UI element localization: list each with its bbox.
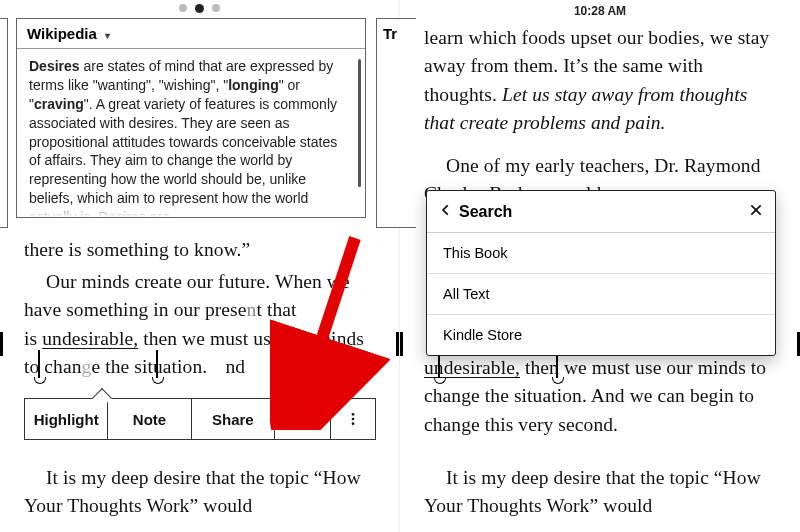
more-button[interactable] xyxy=(331,399,375,439)
share-button[interactable]: Share xyxy=(192,399,275,439)
wikipedia-entry-text[interactable]: Desires are states of mind that are expr… xyxy=(17,49,365,217)
svg-point-4 xyxy=(352,422,355,425)
more-vertical-icon xyxy=(345,411,361,427)
next-card-label: Tr xyxy=(383,25,397,42)
book-text-paragraph: learn which foods upset our bodies, we s… xyxy=(424,24,776,137)
svg-point-0 xyxy=(296,412,307,423)
highlight-button[interactable]: Highlight xyxy=(25,399,108,439)
dropdown-triangle-icon: ▾ xyxy=(105,30,110,41)
back-button[interactable] xyxy=(439,203,453,221)
close-button[interactable] xyxy=(749,201,763,222)
page-edge-marker xyxy=(400,332,403,356)
prev-card-sliver[interactable] xyxy=(0,18,8,228)
wikipedia-card: Wikipedia ▾ Desires are states of mind t… xyxy=(16,18,366,218)
svg-point-3 xyxy=(352,418,355,421)
search-panel-title: Search xyxy=(459,203,749,221)
status-bar-clock: 10:28 AM xyxy=(400,4,800,18)
right-page: 10:28 AM learn which foods upset our bod… xyxy=(400,0,800,532)
left-page: Wikipedia ▾ Desires are states of mind t… xyxy=(0,0,400,532)
search-button[interactable] xyxy=(275,399,331,439)
book-text-line: there is something to know.” xyxy=(24,236,375,264)
search-icon xyxy=(293,410,311,428)
wikipedia-source-dropdown[interactable]: Wikipedia ▾ xyxy=(17,19,365,49)
search-scope-this-book[interactable]: This Book xyxy=(427,233,775,274)
note-button[interactable]: Note xyxy=(108,399,191,439)
page-edge-marker xyxy=(396,332,399,356)
svg-line-1 xyxy=(305,421,309,425)
search-panel: Search This Book All Text Kindle Store xyxy=(426,190,776,356)
book-text-paragraph: Our minds create our future. When we hav… xyxy=(24,268,375,381)
svg-point-2 xyxy=(352,413,355,416)
book-text-paragraph: It is my deep desire that the topic “How… xyxy=(24,464,375,521)
selection-handle-end[interactable] xyxy=(156,350,158,378)
selected-word[interactable]: undesirable, xyxy=(424,357,520,378)
page-edge-marker xyxy=(0,332,3,356)
selected-word[interactable]: undesirable, xyxy=(42,328,138,349)
wikipedia-source-label: Wikipedia xyxy=(27,25,97,42)
book-text-paragraph: undesirable, then we must use our minds … xyxy=(424,354,776,439)
chevron-left-icon xyxy=(439,203,453,217)
selection-toolbar: Highlight Note Share xyxy=(24,398,376,440)
search-scope-all-text[interactable]: All Text xyxy=(427,274,775,315)
close-icon xyxy=(749,203,763,217)
page-indicator xyxy=(0,4,399,13)
book-text-paragraph: It is my deep desire that the topic “How… xyxy=(424,464,776,521)
selection-handle-start[interactable] xyxy=(38,350,40,378)
scrollbar-thumb[interactable] xyxy=(358,59,361,187)
search-scope-kindle-store[interactable]: Kindle Store xyxy=(427,315,775,355)
